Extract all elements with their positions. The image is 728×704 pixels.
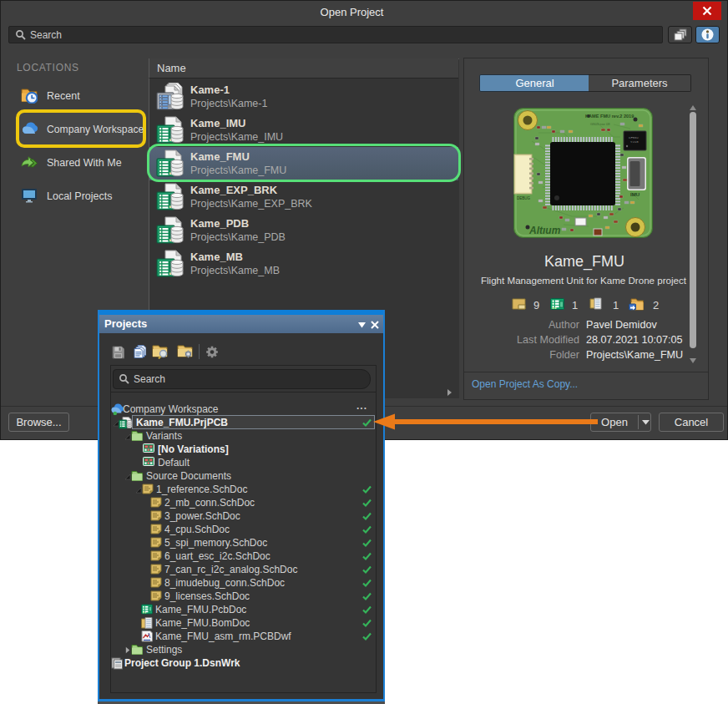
svg-text:Altıum: Altıum [528,225,561,236]
svg-text:DEBUG: DEBUG [517,196,531,200]
svg-text:CF082: CF082 [629,136,640,139]
svg-text:IMU: IMU [630,192,640,197]
svg-text:GS03 nse 08: GS03 nse 08 [590,122,610,126]
svg-text:KAME FMU rev.2 2019: KAME FMU rev.2 2019 [585,114,634,119]
svg-text:Y210: Y210 [630,140,639,144]
